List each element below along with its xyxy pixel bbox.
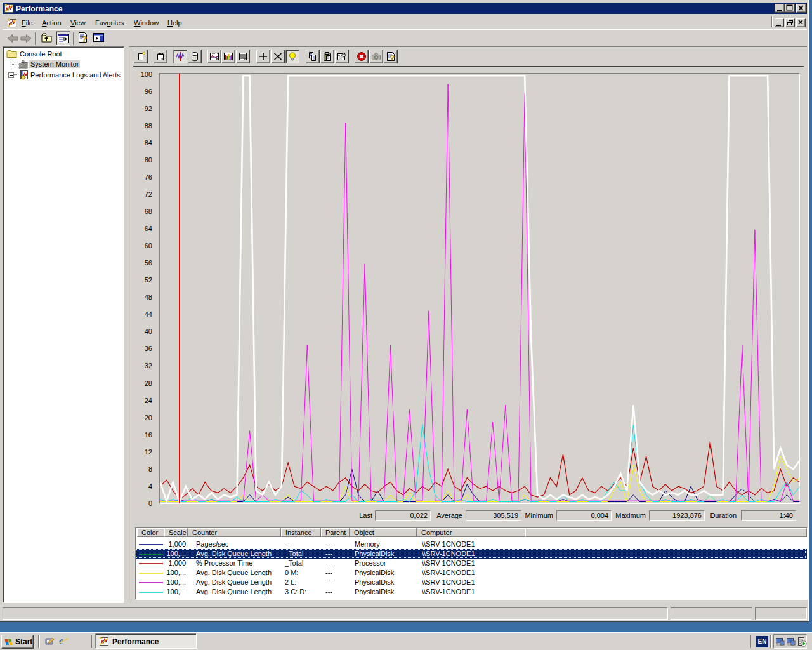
svg-text:?: ?	[82, 34, 87, 44]
svg-text:?: ?	[390, 54, 395, 62]
